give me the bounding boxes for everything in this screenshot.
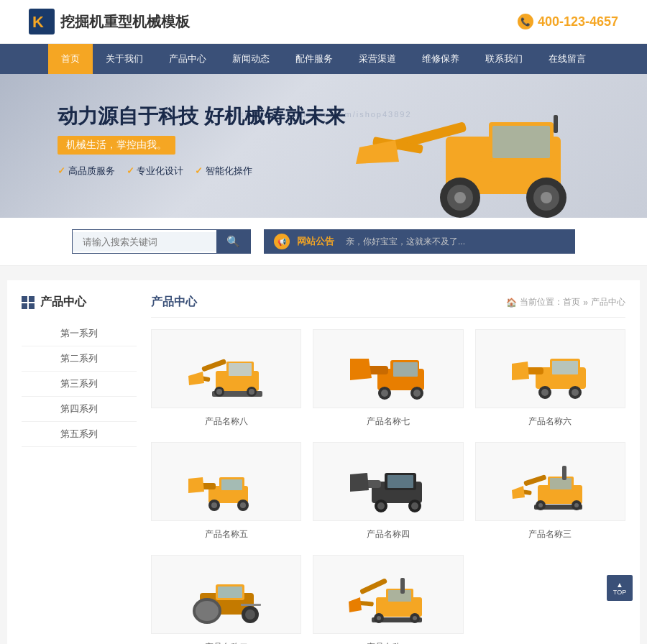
phone-number: 400-123-4657 [538, 14, 618, 29]
svg-point-50 [211, 502, 217, 508]
svg-marker-20 [188, 372, 204, 385]
sidebar-item-series4[interactable]: 第四系列 [22, 397, 137, 422]
product-img-3 [475, 442, 625, 521]
svg-rect-37 [552, 361, 578, 374]
product-item-2[interactable]: 产品名称二 [151, 555, 301, 644]
sidebar-item-series2[interactable]: 第二系列 [22, 346, 137, 372]
svg-point-91 [377, 616, 381, 620]
breadcrumb-current: 产品中心 [591, 296, 625, 308]
phone-area: 📞 400-123-4657 [518, 14, 618, 29]
sidebar-title: 产品中心 [22, 295, 137, 310]
svg-rect-86 [359, 578, 387, 594]
search-input[interactable] [73, 232, 216, 252]
svg-rect-28 [393, 362, 418, 377]
product-area: 产品中心 🏠 当前位置：首页 » 产品中心 [137, 295, 625, 644]
sidebar-title-text: 产品中心 [40, 295, 86, 310]
product-svg-1 [349, 564, 428, 625]
search-button[interactable]: 🔍 [216, 230, 250, 253]
product-item-8[interactable]: 产品名称八 [151, 329, 301, 431]
product-item-3[interactable]: 产品名称三 [475, 442, 625, 543]
logo-text: 挖掘机重型机械模板 [60, 12, 190, 32]
product-grid: 产品名称八 产品名称七 [151, 329, 625, 644]
sidebar: 产品中心 第一系列 第二系列 第三系列 第四系列 第五系列 [22, 295, 137, 644]
header: K 挖掘机重型机械模板 📞 400-123-4657 [0, 0, 647, 44]
svg-rect-64 [550, 478, 572, 489]
nav-maintenance[interactable]: 维修保养 [409, 44, 472, 74]
svg-point-43 [572, 389, 579, 396]
product-name-7: 产品名称七 [313, 413, 463, 431]
product-img-5 [151, 442, 301, 521]
nav-about[interactable]: 关于我们 [93, 44, 156, 74]
sidebar-menu: 第一系列 第二系列 第三系列 第四系列 第五系列 [22, 321, 137, 447]
product-name-6: 产品名称六 [475, 413, 625, 431]
product-name-5: 产品名称五 [151, 525, 301, 543]
product-item-7[interactable]: 产品名称七 [313, 329, 463, 431]
logo-area: K 挖掘机重型机械模板 [29, 9, 190, 34]
product-name-3: 产品名称三 [475, 525, 625, 543]
svg-marker-39 [512, 362, 529, 380]
svg-marker-88 [349, 597, 362, 612]
product-svg-3 [510, 451, 589, 512]
svg-rect-85 [400, 578, 405, 594]
svg-point-23 [216, 389, 222, 395]
banner-checks: 高品质服务 专业化设计 智能化操作 [58, 165, 345, 178]
sidebar-item-series5[interactable]: 第五系列 [22, 422, 137, 447]
svg-point-32 [381, 390, 388, 397]
back-to-top[interactable]: ▲ TOP [607, 575, 633, 601]
svg-rect-84 [388, 590, 411, 602]
nav-products[interactable]: 产品中心 [156, 44, 219, 74]
svg-marker-48 [188, 477, 204, 493]
svg-point-41 [541, 389, 549, 396]
product-img-1 [313, 555, 463, 634]
svg-point-71 [538, 503, 543, 507]
svg-point-78 [196, 601, 219, 621]
product-item-6[interactable]: 产品名称六 [475, 329, 625, 431]
product-item-5[interactable]: 产品名称五 [151, 442, 301, 543]
notice-icon: 📢 [274, 234, 290, 249]
svg-rect-65 [562, 466, 566, 480]
svg-point-73 [574, 503, 579, 507]
product-item-1[interactable]: 产品名称一 [313, 555, 463, 644]
svg-marker-30 [350, 359, 372, 380]
product-name-4: 产品名称四 [313, 525, 463, 543]
svg-text:K: K [32, 13, 44, 31]
svg-rect-55 [387, 475, 413, 488]
product-svg-6 [510, 339, 589, 400]
nav-home[interactable]: 首页 [48, 44, 93, 74]
svg-rect-4 [492, 126, 550, 158]
sidebar-item-series3[interactable]: 第三系列 [22, 372, 137, 397]
home-icon: 🏠 [506, 298, 517, 308]
nav-message[interactable]: 在线留言 [536, 44, 599, 74]
product-img-8 [151, 329, 301, 408]
back-to-top-icon: ▲ [616, 581, 623, 589]
banner: https://www.huzhan.com/ishop43892 动力源自于科… [0, 74, 647, 218]
product-name-2: 产品名称二 [151, 638, 301, 644]
back-to-top-text: TOP [613, 589, 626, 596]
breadcrumb-home[interactable]: 当前位置：首页 [520, 296, 580, 308]
svg-rect-81 [241, 604, 261, 606]
banner-headline: 动力源自于科技 好机械铸就未来 [58, 103, 345, 130]
main-nav: 首页 关于我们 产品中心 新闻动态 配件服务 采营渠道 维修保养 联系我们 在线… [0, 44, 647, 74]
svg-point-61 [411, 502, 418, 510]
svg-point-34 [413, 390, 421, 397]
product-item-4[interactable]: 产品名称四 [313, 442, 463, 543]
svg-marker-68 [512, 486, 525, 499]
sidebar-item-series1[interactable]: 第一系列 [22, 321, 137, 346]
product-name-8: 产品名称八 [151, 413, 301, 431]
product-svg-7 [349, 339, 428, 400]
nav-news[interactable]: 新闻动态 [219, 44, 283, 74]
product-img-7 [313, 329, 463, 408]
svg-rect-76 [218, 586, 242, 598]
notice-text: 亲，你好宝宝，这就来不及了... [346, 236, 465, 248]
product-svg-8 [187, 339, 266, 400]
nav-contact[interactable]: 联系我们 [472, 44, 536, 74]
main-content: 产品中心 第一系列 第二系列 第三系列 第四系列 第五系列 产品中心 🏠 当前位… [7, 280, 640, 644]
svg-point-10 [454, 192, 466, 203]
nav-channel[interactable]: 采营渠道 [346, 44, 409, 74]
notice-label: 网站公告 [297, 235, 334, 248]
nav-parts[interactable]: 配件服务 [283, 44, 346, 74]
product-svg-5 [187, 451, 266, 512]
svg-rect-17 [229, 363, 252, 376]
svg-rect-14 [554, 115, 558, 133]
product-area-title: 产品中心 [151, 295, 197, 310]
